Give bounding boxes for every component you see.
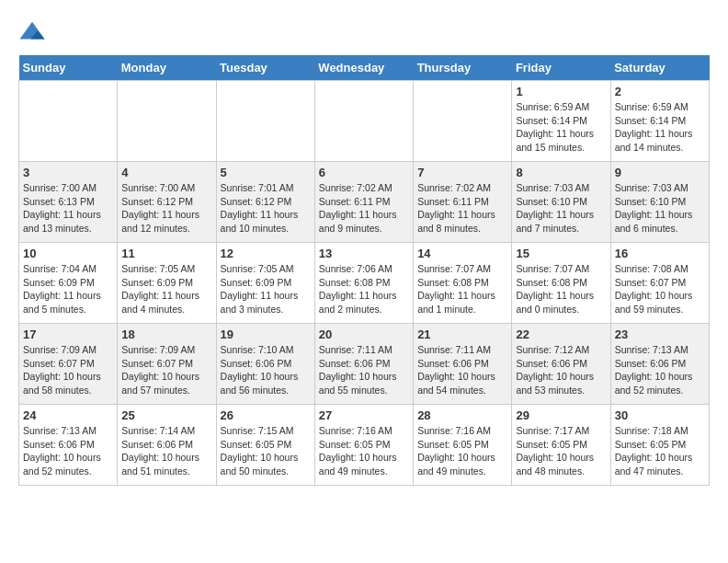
calendar-cell xyxy=(118,81,216,162)
calendar-cell: 10Sunrise: 7:04 AM Sunset: 6:09 PM Dayli… xyxy=(19,243,118,324)
calendar-cell xyxy=(19,81,118,162)
calendar-cell: 29Sunrise: 7:17 AM Sunset: 6:05 PM Dayli… xyxy=(512,405,610,486)
calendar-cell: 12Sunrise: 7:05 AM Sunset: 6:09 PM Dayli… xyxy=(216,243,314,324)
calendar-week-3: 10Sunrise: 7:04 AM Sunset: 6:09 PM Dayli… xyxy=(19,243,710,324)
calendar-cell: 14Sunrise: 7:07 AM Sunset: 6:08 PM Dayli… xyxy=(414,243,512,324)
day-number: 10 xyxy=(23,247,113,260)
calendar-cell: 9Sunrise: 7:03 AM Sunset: 6:10 PM Daylig… xyxy=(610,162,709,243)
day-number: 30 xyxy=(615,408,705,422)
day-info: Sunrise: 7:03 AM Sunset: 6:10 PM Dayligh… xyxy=(516,181,606,236)
day-info: Sunrise: 7:03 AM Sunset: 6:10 PM Dayligh… xyxy=(615,181,705,236)
day-number: 15 xyxy=(516,247,606,260)
day-info: Sunrise: 7:13 AM Sunset: 6:06 PM Dayligh… xyxy=(615,343,705,397)
day-info: Sunrise: 7:09 AM Sunset: 6:07 PM Dayligh… xyxy=(23,343,113,397)
day-info: Sunrise: 7:08 AM Sunset: 6:07 PM Dayligh… xyxy=(615,262,705,316)
day-info: Sunrise: 7:05 AM Sunset: 6:09 PM Dayligh… xyxy=(121,262,211,316)
day-number: 18 xyxy=(121,327,211,341)
day-number: 3 xyxy=(23,166,113,179)
day-info: Sunrise: 7:02 AM Sunset: 6:11 PM Dayligh… xyxy=(417,181,507,236)
day-number: 13 xyxy=(319,247,409,260)
day-info: Sunrise: 7:07 AM Sunset: 6:08 PM Dayligh… xyxy=(417,262,507,316)
day-info: Sunrise: 7:10 AM Sunset: 6:06 PM Dayligh… xyxy=(221,343,311,397)
day-number: 29 xyxy=(516,408,606,422)
calendar-cell: 18Sunrise: 7:09 AM Sunset: 6:07 PM Dayli… xyxy=(118,324,216,405)
column-header-sunday: Sunday xyxy=(19,55,118,81)
day-info: Sunrise: 7:00 AM Sunset: 6:13 PM Dayligh… xyxy=(23,181,113,236)
day-info: Sunrise: 7:05 AM Sunset: 6:09 PM Dayligh… xyxy=(221,262,311,316)
calendar-week-5: 24Sunrise: 7:13 AM Sunset: 6:06 PM Dayli… xyxy=(19,405,710,486)
calendar-cell: 13Sunrise: 7:06 AM Sunset: 6:08 PM Dayli… xyxy=(314,243,413,324)
day-number: 26 xyxy=(221,408,311,422)
day-info: Sunrise: 7:18 AM Sunset: 6:05 PM Dayligh… xyxy=(615,424,705,478)
day-number: 11 xyxy=(121,247,211,260)
calendar-cell: 15Sunrise: 7:07 AM Sunset: 6:08 PM Dayli… xyxy=(512,243,610,324)
calendar-cell: 4Sunrise: 7:00 AM Sunset: 6:12 PM Daylig… xyxy=(118,162,216,243)
day-info: Sunrise: 7:00 AM Sunset: 6:12 PM Dayligh… xyxy=(121,181,211,236)
day-info: Sunrise: 7:04 AM Sunset: 6:09 PM Dayligh… xyxy=(23,262,113,316)
calendar-cell: 24Sunrise: 7:13 AM Sunset: 6:06 PM Dayli… xyxy=(19,405,118,486)
day-number: 2 xyxy=(615,85,705,98)
calendar-cell: 11Sunrise: 7:05 AM Sunset: 6:09 PM Dayli… xyxy=(118,243,216,324)
day-number: 12 xyxy=(221,247,311,260)
day-number: 27 xyxy=(319,408,409,422)
day-number: 5 xyxy=(221,166,311,179)
day-info: Sunrise: 7:13 AM Sunset: 6:06 PM Dayligh… xyxy=(23,424,113,478)
calendar-week-2: 3Sunrise: 7:00 AM Sunset: 6:13 PM Daylig… xyxy=(19,162,710,243)
day-info: Sunrise: 7:09 AM Sunset: 6:07 PM Dayligh… xyxy=(121,343,211,397)
column-header-wednesday: Wednesday xyxy=(314,55,413,81)
calendar-cell: 20Sunrise: 7:11 AM Sunset: 6:06 PM Dayli… xyxy=(314,324,413,405)
calendar-cell xyxy=(216,81,314,162)
calendar-cell: 19Sunrise: 7:10 AM Sunset: 6:06 PM Dayli… xyxy=(216,324,314,405)
logo xyxy=(18,18,50,46)
calendar-cell: 5Sunrise: 7:01 AM Sunset: 6:12 PM Daylig… xyxy=(216,162,314,243)
calendar-cell: 30Sunrise: 7:18 AM Sunset: 6:05 PM Dayli… xyxy=(610,405,709,486)
day-number: 20 xyxy=(319,327,409,341)
calendar-cell: 6Sunrise: 7:02 AM Sunset: 6:11 PM Daylig… xyxy=(314,162,413,243)
calendar-cell: 16Sunrise: 7:08 AM Sunset: 6:07 PM Dayli… xyxy=(610,243,709,324)
day-info: Sunrise: 7:02 AM Sunset: 6:11 PM Dayligh… xyxy=(319,181,409,236)
day-info: Sunrise: 7:16 AM Sunset: 6:05 PM Dayligh… xyxy=(319,424,409,478)
day-info: Sunrise: 7:12 AM Sunset: 6:06 PM Dayligh… xyxy=(516,343,606,397)
calendar-header-row: SundayMondayTuesdayWednesdayThursdayFrid… xyxy=(19,55,710,81)
column-header-thursday: Thursday xyxy=(414,55,512,81)
day-number: 4 xyxy=(121,166,211,179)
day-info: Sunrise: 7:17 AM Sunset: 6:05 PM Dayligh… xyxy=(516,424,606,478)
calendar-cell: 25Sunrise: 7:14 AM Sunset: 6:06 PM Dayli… xyxy=(118,405,216,486)
calendar-cell: 8Sunrise: 7:03 AM Sunset: 6:10 PM Daylig… xyxy=(512,162,610,243)
day-info: Sunrise: 7:06 AM Sunset: 6:08 PM Dayligh… xyxy=(319,262,409,316)
column-header-friday: Friday xyxy=(512,55,610,81)
page-header xyxy=(18,18,710,46)
day-info: Sunrise: 7:07 AM Sunset: 6:08 PM Dayligh… xyxy=(516,262,606,316)
day-number: 1 xyxy=(516,85,606,98)
calendar-cell: 3Sunrise: 7:00 AM Sunset: 6:13 PM Daylig… xyxy=(19,162,118,243)
day-info: Sunrise: 7:16 AM Sunset: 6:05 PM Dayligh… xyxy=(417,424,507,478)
day-number: 16 xyxy=(615,247,705,260)
day-number: 22 xyxy=(516,327,606,341)
day-number: 19 xyxy=(221,327,311,341)
day-number: 28 xyxy=(417,408,507,422)
calendar-cell xyxy=(414,81,512,162)
column-header-tuesday: Tuesday xyxy=(216,55,314,81)
day-info: Sunrise: 7:11 AM Sunset: 6:06 PM Dayligh… xyxy=(319,343,409,397)
calendar-cell: 28Sunrise: 7:16 AM Sunset: 6:05 PM Dayli… xyxy=(414,405,512,486)
calendar-cell: 22Sunrise: 7:12 AM Sunset: 6:06 PM Dayli… xyxy=(512,324,610,405)
day-info: Sunrise: 7:15 AM Sunset: 6:05 PM Dayligh… xyxy=(221,424,311,478)
day-number: 14 xyxy=(417,247,507,260)
day-info: Sunrise: 6:59 AM Sunset: 6:14 PM Dayligh… xyxy=(516,100,606,155)
day-number: 7 xyxy=(417,166,507,179)
day-number: 17 xyxy=(23,327,113,341)
day-number: 25 xyxy=(121,408,211,422)
logo-icon xyxy=(18,18,46,46)
day-number: 24 xyxy=(23,408,113,422)
calendar-cell: 17Sunrise: 7:09 AM Sunset: 6:07 PM Dayli… xyxy=(19,324,118,405)
day-info: Sunrise: 7:14 AM Sunset: 6:06 PM Dayligh… xyxy=(121,424,211,478)
calendar-week-4: 17Sunrise: 7:09 AM Sunset: 6:07 PM Dayli… xyxy=(19,324,710,405)
day-number: 8 xyxy=(516,166,606,179)
calendar-cell: 2Sunrise: 6:59 AM Sunset: 6:14 PM Daylig… xyxy=(610,81,709,162)
day-number: 9 xyxy=(615,166,705,179)
calendar-cell xyxy=(314,81,413,162)
calendar-table: SundayMondayTuesdayWednesdayThursdayFrid… xyxy=(18,55,710,486)
day-number: 23 xyxy=(615,327,705,341)
day-number: 21 xyxy=(417,327,507,341)
day-info: Sunrise: 7:11 AM Sunset: 6:06 PM Dayligh… xyxy=(417,343,507,397)
